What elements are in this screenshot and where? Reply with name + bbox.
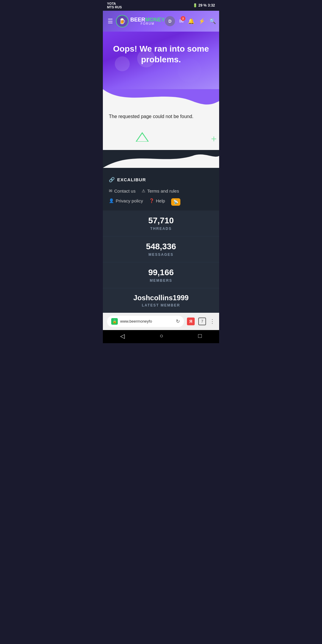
messages-label: MESSAGES <box>109 253 213 257</box>
messages-count: 548,336 <box>109 242 213 251</box>
logo-text: BEERMONEY FORUM <box>130 17 165 25</box>
wave-divider-bottom <box>103 150 219 168</box>
messages-button[interactable]: ✉ 2 <box>179 18 184 24</box>
ssl-lock-icon: 🔒 <box>111 318 118 325</box>
footer-brand-name: EXCALIBUR <box>117 177 146 182</box>
user-avatar[interactable]: D <box>165 16 175 26</box>
reload-button[interactable]: ↻ <box>176 318 180 324</box>
error-message: The requested page could not be found. <box>109 113 213 120</box>
latest-member-card: Joshcollins1999 LATEST MEMBER <box>103 288 219 313</box>
logo-money: MONEY <box>145 17 165 22</box>
rss-button[interactable]: 📡 <box>171 198 180 206</box>
battery-icon: 🔋 <box>193 3 197 7</box>
cross-decoration: ✕ <box>209 134 218 143</box>
threads-label: THREADS <box>109 227 213 231</box>
contact-us-link[interactable]: ✉ Contact us <box>109 188 136 193</box>
footer-brand: 🔗 EXCALIBUR <box>109 177 213 182</box>
secondary-carrier: MTS RUS <box>107 5 122 9</box>
menu-button[interactable]: ☰ <box>108 18 113 25</box>
status-right: 🔋 29 % 3:32 <box>193 3 215 7</box>
privacy-label: Privacy policy <box>116 198 143 203</box>
back-button[interactable]: ◁ <box>120 332 125 340</box>
hero-banner: Oops! We ran into some problems. <box>103 32 219 89</box>
help-label: Help <box>156 198 165 203</box>
stats-section: 57,710 THREADS 548,336 MESSAGES 99,166 M… <box>103 210 219 313</box>
more-options-button[interactable]: ⋮ <box>210 318 215 325</box>
members-count: 99,166 <box>109 268 213 277</box>
tab-count-button[interactable]: 7 <box>198 318 206 325</box>
link-icon: 🔗 <box>109 177 115 182</box>
time-display: 3:32 <box>208 3 215 7</box>
contact-us-label: Contact us <box>114 188 136 193</box>
logo-beer: BEER <box>130 17 145 22</box>
yandex-button[interactable]: Я <box>187 318 195 325</box>
header-left: ☰ 🍺 BEERMONEY FORUM <box>108 15 165 27</box>
status-bar: YOTA MTS RUS 🔋 29 % 3:32 <box>103 0 219 11</box>
wave-divider-top <box>103 89 219 107</box>
bubble-decoration-2 <box>177 58 201 82</box>
battery-level: 29 % <box>199 3 207 7</box>
terms-link[interactable]: ⚠ Terms and rules <box>142 188 179 193</box>
logo-icon: 🍺 <box>116 15 129 27</box>
carrier-info: YOTA MTS RUS <box>107 2 122 9</box>
site-header: ☰ 🍺 BEERMONEY FORUM D ✉ 2 🔔 ⚡ 🔍 <box>103 11 219 32</box>
bell-icon[interactable]: 🔔 <box>188 18 194 24</box>
privacy-icon: 👤 <box>109 198 114 203</box>
logo[interactable]: 🍺 BEERMONEY FORUM <box>116 15 165 27</box>
url-box[interactable]: 🔒 www.beermoneyfо ↻ <box>107 316 184 327</box>
members-stat: 99,166 MEMBERS <box>103 262 219 288</box>
transition-area: ✕ <box>103 126 219 150</box>
bubble-decoration-1 <box>137 49 155 67</box>
system-nav-bar: ◁ ○ □ <box>103 330 219 343</box>
messages-stat: 548,336 MESSAGES <box>103 236 219 262</box>
search-icon[interactable]: 🔍 <box>209 18 216 24</box>
threads-count: 57,710 <box>109 216 213 225</box>
recent-button[interactable]: □ <box>198 332 202 339</box>
latest-member-name: Joshcollins1999 <box>109 294 213 302</box>
contact-icon: ✉ <box>109 188 112 193</box>
carrier-name: YOTA <box>107 2 122 5</box>
logo-forum: FORUM <box>130 22 165 25</box>
browser-actions: Я 7 ⋮ <box>187 318 215 325</box>
header-right: D ✉ 2 🔔 ⚡ 🔍 <box>165 16 216 26</box>
browser-bar: 🔒 www.beermoneyfо ↻ Я 7 ⋮ <box>103 313 219 330</box>
latest-member-label: LATEST MEMBER <box>109 303 213 307</box>
footer-links: ✉ Contact us ⚠ Terms and rules 👤 Privacy… <box>109 188 213 206</box>
terms-label: Terms and rules <box>147 188 179 193</box>
warning-icon: ⚠ <box>142 188 145 193</box>
footer-section: 🔗 EXCALIBUR ✉ Contact us ⚠ Terms and rul… <box>103 168 219 210</box>
help-icon: ❓ <box>149 198 154 203</box>
error-section: The requested page could not be found. <box>103 107 219 126</box>
threads-stat: 57,710 THREADS <box>103 210 219 236</box>
message-badge: 2 <box>181 16 185 21</box>
home-button[interactable]: ○ <box>160 332 163 339</box>
privacy-link[interactable]: 👤 Privacy policy <box>109 198 143 203</box>
lightning-icon[interactable]: ⚡ <box>199 18 205 24</box>
help-link[interactable]: ❓ Help <box>149 198 165 203</box>
members-label: MEMBERS <box>109 278 213 283</box>
url-text: www.beermoneyfо <box>120 319 174 323</box>
triangle-inner <box>137 134 148 141</box>
bubble-decoration-3 <box>115 56 130 71</box>
